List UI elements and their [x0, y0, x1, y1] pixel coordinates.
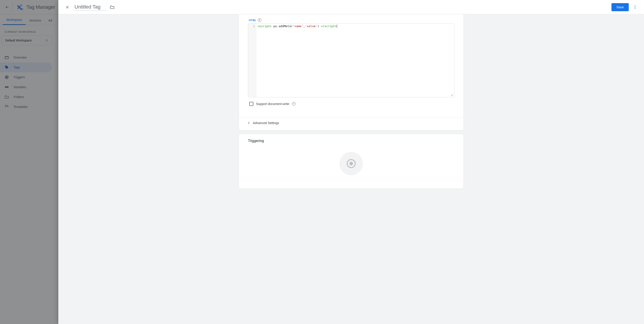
code-token-callend: )	[317, 24, 319, 28]
panel-header: Save	[58, 0, 644, 14]
line-number: 1	[248, 24, 255, 28]
html-field-label: HTML ?	[248, 16, 262, 23]
text-cursor	[337, 24, 337, 28]
code-gutter: 1	[248, 24, 256, 97]
more-actions-button[interactable]	[630, 3, 640, 12]
support-document-write-row: Support document.write ?	[249, 102, 453, 106]
save-button[interactable]: Save	[612, 3, 629, 11]
code-token-close: </script>	[319, 24, 336, 28]
close-icon	[65, 5, 70, 10]
support-document-write-label: Support document.write	[256, 102, 289, 106]
html-code-editor[interactable]: 1 <script> ps.addMeta('name','value') </…	[248, 23, 454, 98]
select-destination-folder-button[interactable]	[108, 3, 117, 12]
code-token-arg2: 'value'	[305, 24, 317, 28]
panel-body: HTML ? 1 <script> ps.addMeta('name','val…	[58, 14, 644, 112]
tag-configuration-card: HTML ? 1 <script> ps.addMeta('name','val…	[239, 14, 463, 112]
code-content[interactable]: <script> ps.addMeta('name','value') </sc…	[256, 24, 454, 97]
html-label-text: HTML	[249, 19, 256, 22]
tag-title-input[interactable]	[74, 4, 106, 10]
code-token-open: <script>	[258, 24, 272, 28]
support-document-write-checkbox[interactable]	[249, 102, 253, 106]
svg-point-9	[634, 6, 635, 6]
svg-point-11	[634, 8, 635, 9]
folder-outline-icon	[110, 5, 115, 10]
resize-handle[interactable]: ↘	[450, 93, 453, 97]
close-button[interactable]	[63, 3, 72, 12]
tag-editor-panel: Save HTML ? 1 <script> ps.addMeta('name'…	[58, 0, 644, 112]
kebab-menu-icon	[633, 5, 637, 10]
svg-point-10	[634, 7, 635, 8]
help-icon[interactable]: ?	[292, 102, 296, 106]
code-token-arg1: 'name'	[293, 24, 304, 28]
code-token-call: ps.addMeta(	[272, 24, 293, 28]
help-icon[interactable]: ?	[258, 18, 262, 22]
